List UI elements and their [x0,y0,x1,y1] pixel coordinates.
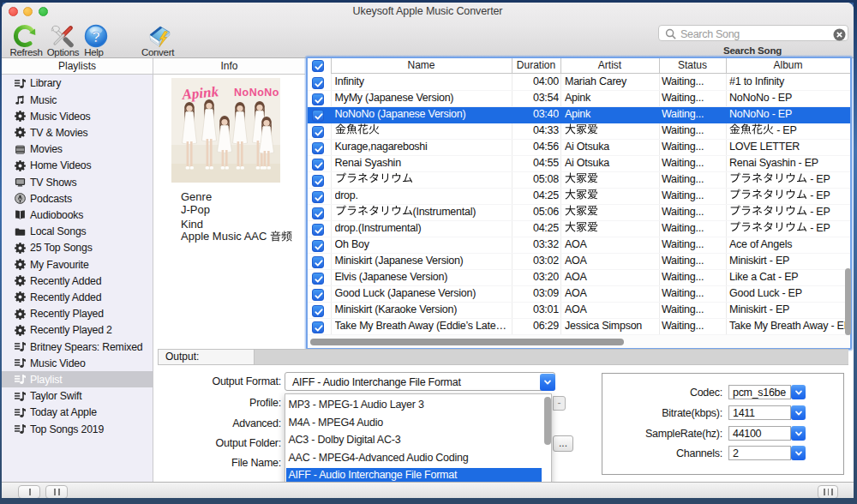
svg-text:?: ? [92,29,100,45]
svg-text:Apink: Apink [181,83,220,103]
svg-text:NoNoNo: NoNoNo [234,87,279,99]
